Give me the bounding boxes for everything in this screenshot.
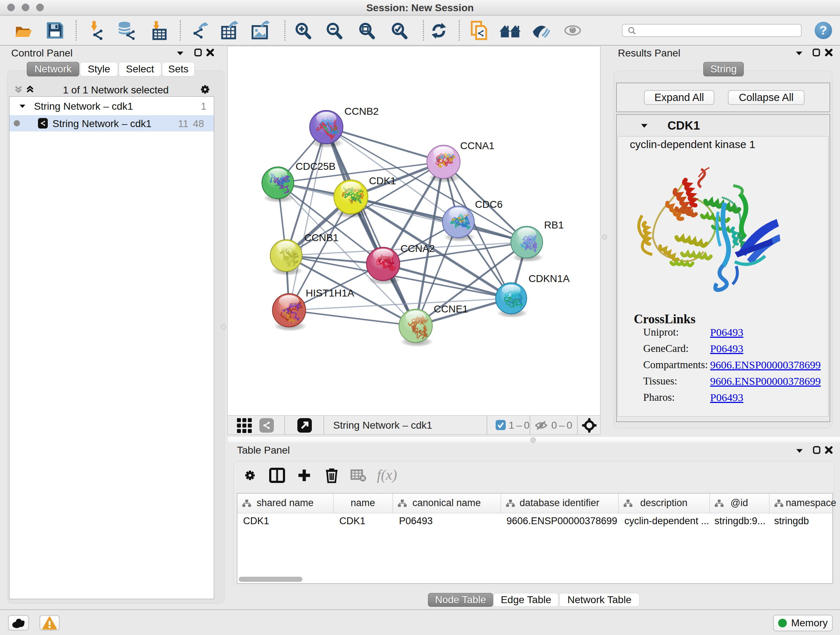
svg-text:?: ? [820,23,827,37]
svg-text:CDKN1A: CDKN1A [529,273,570,284]
svg-text:RB1: RB1 [544,219,564,231]
svg-text:CCNA1: CCNA1 [460,140,494,151]
svg-text:CCNA2: CCNA2 [401,243,435,254]
svg-text:CDC25B: CDC25B [295,161,335,172]
svg-text:CDK1: CDK1 [369,175,396,187]
svg-text:CCNB1: CCNB1 [304,232,339,243]
svg-text:CCNB2: CCNB2 [344,106,379,117]
svg-text:CCNE1: CCNE1 [434,303,468,315]
svg-text:CDC6: CDC6 [475,199,502,210]
svg-text:HIST1H1A: HIST1H1A [306,287,354,299]
